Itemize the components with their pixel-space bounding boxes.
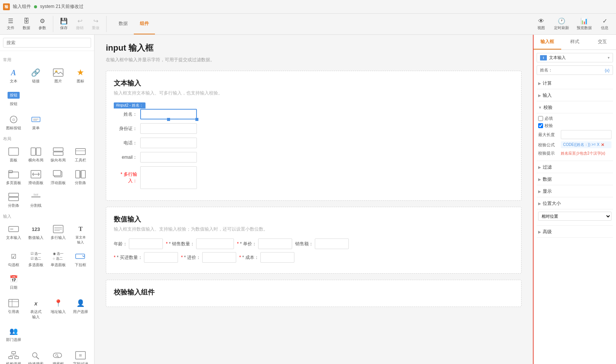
undo-button[interactable]: ↩ 撤销 xyxy=(72,16,87,32)
advanced-section-header[interactable]: ▶ 高级 xyxy=(537,226,613,238)
component-icon-button[interactable]: ⊙ 图标按钮 xyxy=(3,112,24,133)
prop-section-display: ▶ 显示 xyxy=(537,186,613,197)
component-multiline-input[interactable]: 多行输入 xyxy=(48,221,69,247)
component-button[interactable]: 按钮 按钮 xyxy=(3,88,24,109)
position-arrow-icon: ▶ xyxy=(538,201,541,206)
component-split2[interactable]: 分割条 xyxy=(3,189,24,211)
save-button[interactable]: 💾 保存 xyxy=(56,16,71,32)
preview-data-button[interactable]: 📊 预览数据 xyxy=(574,16,595,32)
component-link[interactable]: 🔗 链接 xyxy=(25,65,46,86)
position-select[interactable]: 相对位置 绝对位置 xyxy=(538,212,611,221)
required-checkbox[interactable] xyxy=(538,116,543,121)
formula-delete-button[interactable]: ✕ xyxy=(601,143,604,147)
svg-rect-24 xyxy=(9,197,19,201)
icon-button-row: ⊙ 图标按钮 菜单 xyxy=(3,112,91,133)
position-section-header[interactable]: ▶ 位置大小 xyxy=(537,198,613,209)
drag-handle-bottom[interactable] xyxy=(167,118,170,121)
id-input[interactable] xyxy=(140,123,197,134)
tab-component[interactable]: 组件 xyxy=(134,14,155,34)
data-section-header[interactable]: ▶ 数据 xyxy=(537,174,613,185)
view-button[interactable]: 👁 视图 xyxy=(533,16,549,32)
component-dept[interactable]: 👥 部门选择 xyxy=(3,324,24,345)
unit-price-input[interactable] xyxy=(258,239,292,249)
formula-text: CODE({姓名：}) >= X xyxy=(563,142,599,147)
svg-rect-20 xyxy=(76,170,80,178)
multiline-input[interactable] xyxy=(140,166,197,189)
component-quicksearch[interactable]: 快速搜索 xyxy=(25,348,46,364)
cost-input[interactable] xyxy=(260,252,294,263)
component-panel[interactable]: 面板 xyxy=(3,144,24,165)
component-filter[interactable]: ⊞ 字段过滤 xyxy=(70,348,91,364)
drag-handle-br[interactable] xyxy=(195,118,198,121)
tab-style[interactable]: 样式 xyxy=(561,35,589,50)
component-divider[interactable]: TXT 分割线 xyxy=(25,189,46,211)
tab-data[interactable]: 数据 xyxy=(113,14,134,34)
component-date[interactable]: 📅 日期 xyxy=(3,271,24,293)
component-text[interactable]: A 文本 xyxy=(3,65,24,86)
component-address[interactable]: 📍 地址输入 xyxy=(48,296,69,322)
checkbox2-icon: ☑ 选一☑ 选二 xyxy=(29,251,43,262)
buy-price-input[interactable] xyxy=(202,252,236,263)
panel-label: 面板 xyxy=(10,158,17,163)
undo-icon: ↩ xyxy=(77,17,82,25)
component-menu[interactable]: 菜单 xyxy=(25,112,46,133)
component-expr[interactable]: x 表达式输入 xyxy=(25,296,46,322)
buy-price-field: * 进价： xyxy=(181,252,236,263)
input-type-dropdown[interactable]: I 文本输入 ▾ xyxy=(537,53,613,62)
component-select[interactable]: 下拉框 xyxy=(70,249,91,270)
sales-qty-input[interactable] xyxy=(196,239,234,249)
buy-qty-field: * 买进数量： xyxy=(114,252,178,263)
name-field-prop-value: {x} xyxy=(605,68,610,73)
searchbox-label: 搜索框 xyxy=(53,361,64,364)
sales-amount-input[interactable] xyxy=(315,239,349,249)
component-rich-text[interactable]: T 富文本输入 xyxy=(70,221,91,247)
svg-line-46 xyxy=(36,357,39,359)
component-user[interactable]: 👤 用户选择 xyxy=(70,296,91,322)
split2-icon xyxy=(7,192,20,202)
tab-input-box[interactable]: 输入框 xyxy=(534,35,561,50)
component-vbox[interactable]: 纵向布局 xyxy=(48,144,69,165)
component-searchbox[interactable]: 搜索框 xyxy=(48,348,69,364)
tab-interact[interactable]: 交互 xyxy=(588,35,616,50)
component-reftable[interactable]: 引用表 xyxy=(3,296,24,322)
info-button[interactable]: ✓ 信息 xyxy=(596,16,613,32)
buy-qty-input[interactable] xyxy=(144,252,178,263)
component-org[interactable]: 机构选择 xyxy=(3,348,24,364)
component-image[interactable]: 图片 xyxy=(48,65,69,86)
validate-checkbox[interactable] xyxy=(538,123,543,128)
display-section-header[interactable]: ▶ 显示 xyxy=(537,186,613,197)
redo-button[interactable]: ↪ 重做 xyxy=(88,16,103,32)
schedule-button[interactable]: 🕐 定时刷新 xyxy=(551,16,572,32)
validate-section-header[interactable]: ▼ 校验 xyxy=(537,102,613,113)
email-field-row: email： xyxy=(114,152,514,163)
component-tabpanel[interactable]: 多页面板 xyxy=(3,167,24,188)
email-input[interactable] xyxy=(140,152,197,163)
component-floatpanel[interactable]: 浮动面板 xyxy=(48,167,69,188)
text-input-label: 文本输入 xyxy=(6,235,21,240)
component-checkbox[interactable]: ☑ 勾选框 xyxy=(3,249,24,270)
filter-section-header[interactable]: ▶ 过滤 xyxy=(537,162,613,173)
svg-rect-12 xyxy=(76,149,85,155)
calc-section-header[interactable]: ▶ 计算 xyxy=(537,78,613,89)
input-section-header[interactable]: ▶ 输入 xyxy=(537,90,613,101)
tabpanel-label: 多页面板 xyxy=(6,180,21,186)
search-input[interactable] xyxy=(3,38,91,48)
component-text-input[interactable]: 文本输入 xyxy=(3,221,24,247)
component-toolbar[interactable]: 工具栏 xyxy=(70,144,91,165)
file-label: 文件 xyxy=(7,25,14,31)
component-slidepanel[interactable]: 滑动面板 xyxy=(25,167,46,188)
max-length-input[interactable] xyxy=(561,130,611,139)
phone-input[interactable] xyxy=(140,138,197,148)
component-icon-item[interactable]: ★ 图标 xyxy=(70,65,91,86)
toolbar-label: 工具栏 xyxy=(75,158,86,163)
params-button[interactable]: ⚙ 参数 xyxy=(35,16,50,32)
component-hbox[interactable]: 横向布局 xyxy=(25,144,46,165)
age-input[interactable] xyxy=(129,239,163,249)
component-number-input[interactable]: 123 数值输入 xyxy=(25,221,46,247)
component-splitter[interactable]: 分割条 xyxy=(70,167,91,188)
data-button[interactable]: 🗄 数据 xyxy=(19,16,34,32)
component-radio[interactable]: ◉ 选一○ 选二 单选面板 xyxy=(48,249,69,270)
display-arrow-icon: ▶ xyxy=(538,189,541,194)
component-checkbox2[interactable]: ☑ 选一☑ 选二 多选面板 xyxy=(25,249,46,270)
file-button[interactable]: ☰ 文件 xyxy=(3,16,18,32)
